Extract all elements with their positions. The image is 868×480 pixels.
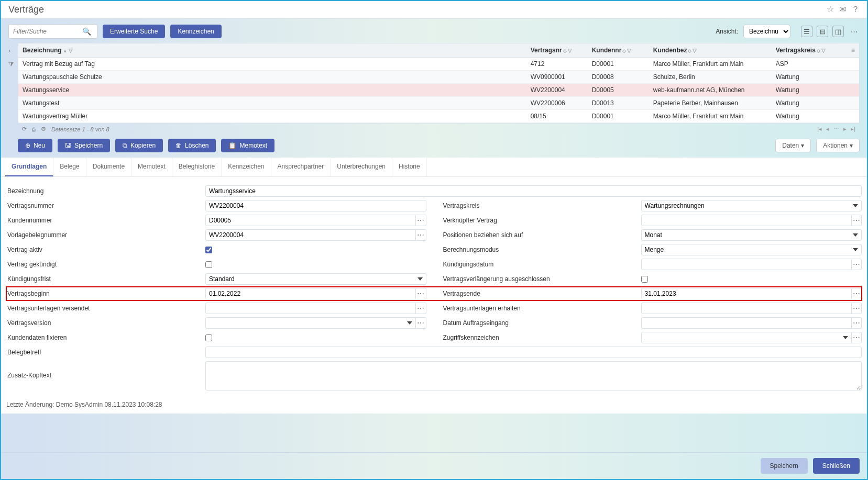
sort-icon[interactable]: ◇ [817, 48, 820, 53]
pager-last-icon[interactable]: ▸| [851, 126, 855, 132]
pager-prev-icon[interactable]: ◂ [826, 126, 829, 132]
lookup-icon[interactable]: ⋯ [416, 229, 426, 241]
zugriffskennzeichen-select[interactable] [641, 332, 852, 343]
zusatz-kopftext-textarea[interactable] [205, 361, 862, 390]
tab-dokumente[interactable]: Dokumente [86, 158, 131, 176]
search-input[interactable] [9, 26, 82, 37]
save-button[interactable]: 🖫 Speichern [58, 139, 110, 152]
pager-ellipsis-icon[interactable]: ⋯ [833, 126, 839, 132]
tab-kennzeichen[interactable]: Kennzeichen [222, 158, 271, 176]
table-row[interactable]: WartungstestWV2200006D00013Papeterie Ber… [18, 97, 859, 110]
vertragsunterlagen-erhalten-input[interactable] [641, 303, 852, 314]
belegbetreff-input[interactable] [205, 347, 862, 358]
filter-icon[interactable]: ▽ [69, 48, 73, 53]
search-icon[interactable]: 🔍 [82, 27, 94, 36]
vertragsnummer-input[interactable] [205, 200, 426, 211]
lookup-icon[interactable]: ⋯ [416, 215, 426, 226]
positionen-select[interactable]: Monat [641, 229, 862, 241]
col-vertragskreis[interactable]: Vertragskreis [776, 47, 816, 54]
daten-dropdown-button[interactable]: Daten ▾ [775, 139, 811, 152]
pager-next-icon[interactable]: ▸ [843, 126, 847, 132]
advanced-search-button[interactable]: Erweiterte Suche [103, 25, 165, 38]
col-vertragsnr[interactable]: Vertragsnr [531, 47, 562, 54]
vertragsunterlagen-versendet-input[interactable] [205, 303, 416, 314]
more-icon[interactable]: ⋯ [848, 26, 860, 37]
datum-auftragseingang-label: Datum Auftragseingang [442, 319, 641, 327]
tab-beleghistorie[interactable]: Beleghistorie [172, 158, 222, 176]
kennzeichen-button[interactable]: Kennzeichen [170, 25, 221, 38]
gear-icon[interactable]: ⚙ [41, 126, 46, 132]
vertrag-aktiv-checkbox[interactable] [205, 247, 212, 253]
tab-historie[interactable]: Historie [392, 158, 427, 176]
vertragskreis-select[interactable]: Wartungsrechnungen [641, 200, 862, 211]
page-title: Verträge [8, 4, 44, 15]
delete-button[interactable]: 🗑 Löschen [168, 139, 216, 152]
table-row[interactable]: Wartungsvertrag Müller08/15D00001Marco M… [18, 110, 859, 123]
contracts-table: Bezeichnung▲▽ Vertragsnr◇▽ Kundennr◇▽ Ku… [18, 43, 860, 124]
list-view-icon[interactable]: ☰ [801, 26, 812, 37]
filter-icon[interactable]: ▽ [821, 48, 826, 53]
vertragsende-label: Vertragsende [442, 290, 641, 297]
memotext-button[interactable]: 📋 Memotext [221, 139, 274, 152]
filter-icon[interactable]: ▽ [568, 48, 572, 53]
footer-save-button[interactable]: Speichern [761, 458, 808, 474]
filter-rail-icon[interactable]: ⧩ [8, 61, 18, 68]
vertragsversion-label: Vertragsversion [6, 319, 205, 327]
help-icon[interactable]: ？ [851, 4, 860, 15]
lookup-icon[interactable]: ⋯ [852, 332, 862, 343]
vertragsbeginn-input[interactable] [205, 288, 416, 299]
lookup-icon[interactable]: ⋯ [852, 215, 862, 226]
split-horizontal-icon[interactable]: ⊟ [817, 26, 828, 37]
calendar-icon[interactable]: ⋯ [852, 288, 862, 299]
filter-icon[interactable]: ▽ [693, 48, 697, 53]
kuendigungsdatum-input[interactable] [641, 259, 852, 270]
kuendigungsfrist-select[interactable]: Standard [205, 273, 426, 285]
table-row[interactable]: Wartungspauschale SchulzeWV0900001D00008… [18, 71, 859, 84]
new-button[interactable]: ⊕ Neu [18, 139, 52, 152]
sort-icon[interactable]: ◇ [622, 48, 626, 53]
pager-first-icon[interactable]: |◂ [817, 126, 822, 132]
col-kundenbez[interactable]: Kundenbez [653, 47, 687, 54]
verknuepfter-vertrag-input[interactable] [641, 215, 852, 226]
col-kundennr[interactable]: Kundennr [592, 47, 622, 54]
calendar-icon[interactable]: ⋯ [416, 303, 426, 314]
tab-memotext[interactable]: Memotext [131, 158, 172, 176]
tab-ansprechpartner[interactable]: Ansprechpartner [271, 158, 331, 176]
print-icon[interactable]: ⎙ [32, 126, 36, 132]
calendar-icon[interactable]: ⋯ [852, 317, 862, 329]
sort-icon[interactable]: ▲ [63, 48, 68, 53]
calendar-icon[interactable]: ⋯ [852, 259, 862, 270]
sort-icon[interactable]: ◇ [563, 48, 567, 53]
filter-icon[interactable]: ▽ [627, 48, 631, 53]
vorlagebelegnummer-input[interactable] [205, 229, 416, 241]
aktionen-dropdown-button[interactable]: Aktionen ▾ [816, 139, 860, 152]
bezeichnung-input[interactable] [205, 185, 862, 197]
kundennummer-input[interactable] [205, 215, 416, 226]
tab-grundlagen[interactable]: Grundlagen [5, 158, 53, 176]
kundendaten-fixieren-checkbox[interactable] [205, 334, 212, 341]
mail-icon[interactable]: ✉ [839, 4, 846, 15]
copy-button[interactable]: ⧉ Kopieren [115, 139, 163, 152]
table-row[interactable]: WartungsserviceWV2200004D00005web-kaufma… [18, 84, 859, 97]
refresh-icon[interactable]: ⟳ [22, 126, 27, 132]
expand-rail-icon[interactable]: › [8, 47, 18, 54]
verl-ausgeschlossen-checkbox[interactable] [641, 276, 648, 283]
columns-icon[interactable]: ≡ [851, 47, 855, 54]
calendar-icon[interactable]: ⋯ [416, 288, 426, 299]
vertragsversion-select[interactable] [205, 317, 416, 329]
tab-unterbrechungen[interactable]: Unterbrechungen [331, 158, 392, 176]
tab-belege[interactable]: Belege [53, 158, 86, 176]
vertrag-gekuendigt-checkbox[interactable] [205, 261, 212, 268]
col-bezeichnung[interactable]: Bezeichnung [23, 47, 62, 54]
berechnungsmodus-select[interactable]: Menge [641, 244, 862, 255]
lookup-icon[interactable]: ⋯ [416, 317, 426, 329]
footer-close-button[interactable]: Schließen [813, 458, 860, 474]
sort-icon[interactable]: ◇ [688, 48, 691, 53]
vertragsende-input[interactable] [641, 288, 852, 299]
star-icon[interactable]: ☆ [827, 4, 834, 15]
split-vertical-icon[interactable]: ◫ [832, 26, 844, 37]
calendar-icon[interactable]: ⋯ [852, 303, 862, 314]
table-row[interactable]: Vertrag mit Bezug auf Tag4712D00001Marco… [18, 58, 859, 71]
ansicht-select[interactable]: Bezeichnung [743, 25, 790, 38]
datum-auftragseingang-input[interactable] [641, 317, 852, 329]
